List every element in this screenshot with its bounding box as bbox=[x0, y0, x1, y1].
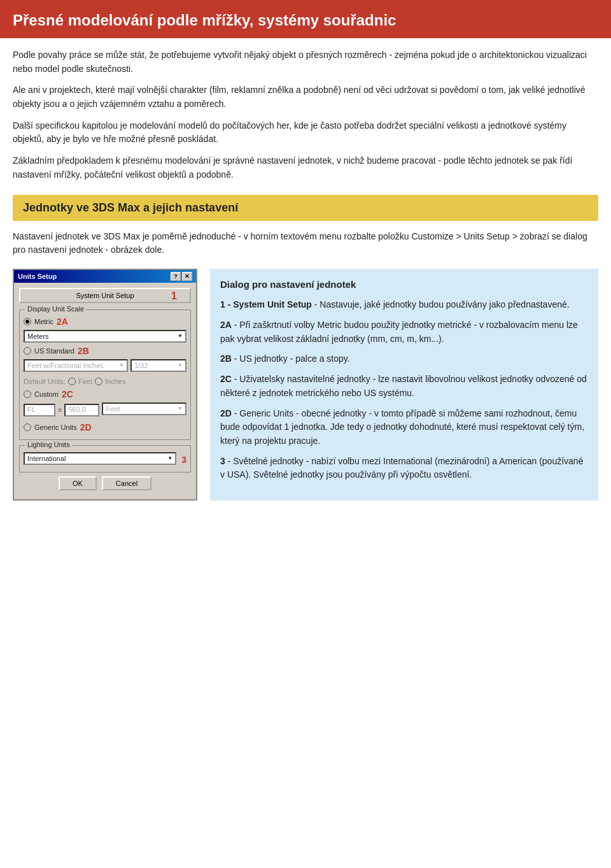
display-unit-legend: Display Unit Scale bbox=[25, 305, 87, 313]
custom-input1[interactable]: FL bbox=[24, 404, 55, 416]
dialog-body: System Unit Setup 1 Display Unit Scale M… bbox=[14, 283, 196, 499]
page-title: Přesné modelování podle mřížky, systémy … bbox=[13, 11, 598, 29]
dialog-titlebar: Units Setup ? ✕ bbox=[14, 270, 196, 283]
metric-select[interactable]: Meters ▼ bbox=[24, 330, 186, 343]
desc-item2a: 2A - Při zaškrtnutí volby Metric budou p… bbox=[220, 318, 588, 346]
description-panel: Dialog pro nastavení jednotek 1 - System… bbox=[210, 269, 598, 501]
custom-row: Custom 2C bbox=[24, 389, 186, 399]
paragraph-2: Ale ani v projektech, které mají volnějš… bbox=[13, 83, 598, 111]
lighting-select-arrow: ▼ bbox=[167, 455, 172, 461]
paragraph-4: Základním předpokladem k přesnému modelo… bbox=[13, 154, 598, 181]
desc-item1: 1 - System Unit Setup - Nastavuje, jaké … bbox=[220, 298, 588, 312]
desc-item3: 3 - Světelné jednotky - nabízí volbu mez… bbox=[220, 455, 588, 482]
display-unit-inner: Metric 2A Meters ▼ US Standard 2B bbox=[24, 317, 186, 432]
metric-select-arrow: ▼ bbox=[178, 333, 183, 339]
metric-label: Metric bbox=[34, 318, 53, 325]
lighting-legend: Lighting Units bbox=[25, 441, 73, 448]
label-2c: 2C bbox=[62, 389, 73, 399]
titlebar-buttons: ? ✕ bbox=[171, 272, 192, 281]
lighting-row: International ▼ 3 bbox=[24, 452, 186, 468]
custom-equals: = bbox=[58, 406, 62, 414]
system-unit-setup-button[interactable]: System Unit Setup 1 bbox=[19, 288, 191, 303]
dialog-area: Units Setup ? ✕ System Unit Setup 1 Disp… bbox=[13, 269, 598, 501]
us-standard-radio[interactable] bbox=[24, 347, 31, 355]
desc-title: Dialog pro nastavení jednotek bbox=[220, 278, 588, 292]
lighting-units-group: Lighting Units International ▼ 3 bbox=[19, 445, 191, 473]
desc-item2b: 2B - US jednotky - palce a stopy. bbox=[220, 352, 588, 366]
section-intro: Nastavení jednotek ve 3DS Max je poměrně… bbox=[13, 230, 598, 257]
body-content: Podle povahy práce se může stát, že potř… bbox=[0, 38, 611, 511]
custom-select-arrow: ▼ bbox=[178, 406, 183, 411]
metric-row: Metric 2A bbox=[24, 317, 186, 327]
generic-units-row: Generic Units 2D bbox=[24, 422, 186, 432]
units-setup-dialog: Units Setup ? ✕ System Unit Setup 1 Disp… bbox=[13, 269, 197, 501]
inches-radio[interactable] bbox=[95, 378, 102, 385]
custom-input2[interactable]: 560,0 bbox=[64, 404, 99, 416]
ok-button[interactable]: OK bbox=[59, 476, 97, 490]
us-standard-select2[interactable]: 1/32 ▼ bbox=[130, 359, 186, 372]
generic-units-label: Generic Units bbox=[34, 423, 77, 431]
label-2b: 2B bbox=[78, 346, 89, 356]
custom-unit-select[interactable]: Feet ▼ bbox=[102, 402, 186, 415]
custom-inputs-row: FL = 560,0 Feet ▼ bbox=[24, 402, 186, 418]
label-2d: 2D bbox=[80, 422, 92, 432]
us-standard-label: US Standard bbox=[34, 347, 74, 355]
cancel-button[interactable]: Cancel bbox=[102, 476, 151, 490]
help-button[interactable]: ? bbox=[171, 272, 181, 281]
feet-radio[interactable] bbox=[68, 378, 76, 385]
page-header: Přesné modelování podle mřížky, systémy … bbox=[0, 0, 611, 38]
display-unit-scale-group: Display Unit Scale Metric 2A Meters ▼ bbox=[19, 309, 191, 440]
paragraph-3: Další specifickou kapitolou je modelován… bbox=[13, 119, 598, 146]
custom-label: Custom bbox=[34, 390, 59, 398]
dialog-title: Units Setup bbox=[18, 273, 57, 280]
us-standard-row: US Standard 2B bbox=[24, 346, 186, 356]
us-select1-arrow: ▼ bbox=[119, 362, 124, 368]
us-select2-arrow: ▼ bbox=[178, 362, 183, 368]
lighting-select[interactable]: International ▼ bbox=[24, 452, 176, 465]
label-2a: 2A bbox=[57, 317, 68, 327]
desc-item2c: 2C - Uživatelsky nastavitelné jednotky -… bbox=[220, 373, 588, 400]
us-standard-select1[interactable]: Feet w/Fractional Inches ▼ bbox=[24, 359, 128, 372]
dialog-buttons: OK Cancel bbox=[19, 473, 191, 494]
desc-item2d: 2D - Generic Units - obecné jednotky - v… bbox=[220, 407, 588, 448]
custom-radio[interactable] bbox=[24, 390, 31, 398]
label-3: 3 bbox=[181, 455, 186, 465]
label-1: 1 bbox=[171, 290, 177, 302]
default-units-row: Default Units: Feet Inches bbox=[24, 378, 186, 385]
section-heading: Jednotky ve 3DS Max a jejich nastavení bbox=[13, 195, 598, 221]
metric-radio[interactable] bbox=[24, 318, 31, 325]
paragraph-1: Podle povahy práce se může stát, že potř… bbox=[13, 48, 598, 76]
generic-units-radio[interactable] bbox=[24, 423, 31, 431]
close-button[interactable]: ✕ bbox=[182, 272, 192, 281]
us-standard-selects: Feet w/Fractional Inches ▼ 1/32 ▼ bbox=[24, 359, 186, 375]
